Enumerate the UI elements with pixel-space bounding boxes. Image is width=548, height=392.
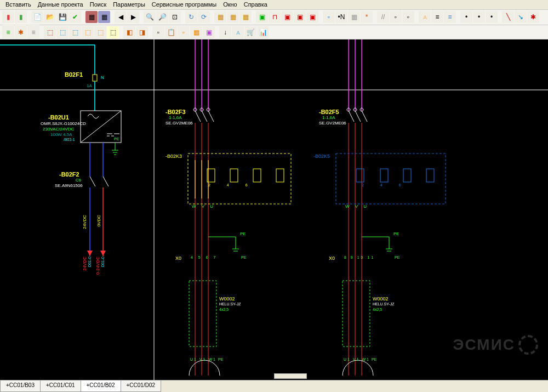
lbl-w0002-r: W0002 [373, 296, 389, 302]
tool-d2-icon[interactable]: •N [335, 11, 347, 23]
t2-f-icon[interactable]: ⬚ [69, 26, 81, 38]
tool-check-icon[interactable]: ✔ [69, 11, 81, 23]
t2-e-icon[interactable]: ⬚ [56, 26, 68, 38]
lbl-k3-inner: 2 4 6 [208, 183, 255, 187]
t2-cart-icon[interactable]: 🛒 [244, 26, 256, 38]
lbl-dr2: D01-0 [101, 257, 105, 267]
tool-zoom-in-icon[interactable]: 🔍 [144, 11, 156, 23]
t2-l-icon[interactable]: ▫ [152, 26, 164, 38]
tool-zoom-fit-icon[interactable]: ⊡ [169, 11, 181, 23]
lbl-w0002l-s: 4x2,5 [219, 308, 229, 311]
tool-refresh-icon[interactable]: ⟳ [198, 11, 210, 23]
lbl-b02f2-spec: C6 [76, 178, 81, 183]
tool-g3-icon[interactable]: • [486, 11, 498, 23]
tool-g2-icon[interactable]: • [473, 11, 485, 23]
tab-1[interactable]: +CC01/C01 [40, 380, 81, 392]
tool-a2-icon[interactable]: ▮ [15, 11, 27, 23]
t2-k-icon[interactable]: ◨ [136, 26, 148, 38]
t2-h-icon[interactable]: ⬚ [94, 26, 106, 38]
tool-rotate-icon[interactable]: ↻ [185, 11, 197, 23]
t2-i-icon[interactable]: ⬚ [107, 26, 119, 38]
svg-line-25 [103, 177, 109, 186]
menubar: Вставить Данные проекта Поиск Параметры … [0, 0, 548, 10]
tool-open-icon[interactable]: 📂 [44, 11, 56, 23]
tool-g1-icon[interactable]: • [460, 11, 472, 23]
t2-c-icon[interactable]: ≡ [27, 26, 39, 38]
lbl-1a: 1A [87, 83, 92, 88]
scrollbar-thumb[interactable] [274, 373, 307, 379]
tool-grid1-icon[interactable]: ▦ [85, 11, 98, 23]
tool-d4-icon[interactable]: * [361, 11, 373, 23]
tool-a1-icon[interactable]: ▮ [2, 11, 14, 23]
tool-c3-icon[interactable]: ▣ [294, 11, 306, 23]
tool-zoom-out-icon[interactable]: 🔎 [156, 11, 168, 23]
tool-magnet-icon[interactable]: ⊓ [269, 11, 281, 23]
tool-h3-icon[interactable]: ✱ [527, 11, 539, 23]
tool-e3-icon[interactable]: ▫ [402, 11, 414, 23]
tool-new-icon[interactable]: 📄 [31, 11, 43, 23]
tool-e1-icon[interactable]: // [377, 11, 389, 23]
svg-line-35 [362, 111, 367, 122]
t2-r-icon[interactable]: ⟑ [232, 26, 244, 38]
lbl-w0002l-m: HELU.SY-JZ [219, 302, 241, 306]
tool-grid2-icon[interactable]: ▦ [98, 11, 110, 23]
menu-service[interactable]: Сервисные программы [150, 1, 219, 8]
tab-3[interactable]: +CC01/D02 [121, 380, 162, 392]
t2-n-icon[interactable]: ▫ [178, 26, 190, 38]
t2-p-icon[interactable]: ▣ [203, 26, 215, 38]
menu-help[interactable]: Справка [242, 1, 270, 8]
t2-d-icon[interactable]: ⬚ [44, 26, 56, 38]
lbl-b02u1-ref: /B03-1 [64, 138, 75, 141]
tool-nav-right-icon[interactable]: ▶ [127, 11, 139, 23]
lbl-ml-pe: PE [218, 357, 223, 361]
menu-params[interactable]: Параметры [111, 1, 147, 8]
t2-a-icon[interactable]: ≡ [2, 26, 14, 38]
lbl-b02u1-model: OMR.S8JX-G10024CD [41, 121, 86, 126]
svg-rect-45 [253, 169, 261, 182]
tool-wire-icon[interactable]: ╲ [502, 11, 514, 23]
tab-2[interactable]: +CC01/B02 [81, 380, 121, 392]
t2-q-icon[interactable]: ↓ [219, 26, 231, 38]
tool-c4-icon[interactable]: ▣ [306, 11, 318, 23]
t2-chart-icon[interactable]: 📊 [257, 26, 269, 38]
svg-marker-28 [87, 251, 93, 256]
svg-line-34 [355, 111, 361, 122]
tool-m2-icon[interactable]: ▦ [227, 11, 239, 23]
svg-rect-4 [93, 75, 97, 81]
schematic-canvas[interactable]: B02F1 N 1A -B02U1 OMR.S8JX-G10024CD 230V… [0, 39, 548, 382]
lbl-x0l-pe: PE [241, 255, 246, 259]
t2-b-icon[interactable]: ✱ [15, 26, 27, 38]
menu-insert[interactable]: Вставить [3, 1, 33, 8]
lbl-24vdc: 24VDC [82, 215, 87, 229]
svg-rect-51 [356, 169, 364, 182]
svg-line-30 [195, 111, 201, 122]
tool-e2-icon[interactable]: ▫ [390, 11, 402, 23]
svg-rect-64 [342, 281, 370, 346]
tab-0[interactable]: +CC01/B03 [0, 380, 41, 392]
menu-project-data[interactable]: Данные проекта [36, 1, 85, 8]
svg-rect-46 [276, 169, 284, 182]
tool-h2-icon[interactable]: ↘ [515, 11, 527, 23]
t2-j-icon[interactable]: ◧ [123, 26, 135, 38]
tool-m1-icon[interactable]: ▦ [214, 11, 226, 23]
toolbar-2: ≡ ✱ ≡ ⬚ ⬚ ⬚ ⬚ ⬚ ⬚ ◧ ◨ ▫ 📋 ▫ ▦ ▣ ↓ ⟑ 🛒 📊 [0, 25, 548, 39]
lbl-b02f5: -B02F5 [319, 109, 339, 115]
tool-c1-icon[interactable]: ▣ [256, 11, 268, 23]
tool-m3-icon[interactable]: ▦ [239, 11, 252, 23]
lbl-mr-pins: U1 V1 W1 [344, 357, 370, 361]
tool-save-icon[interactable]: 💾 [56, 11, 68, 23]
lbl-b02f5-model: SE.GV2ME06 [319, 121, 346, 126]
tool-d3-icon[interactable]: ▦ [348, 11, 360, 23]
t2-g-icon[interactable]: ⬚ [82, 26, 94, 38]
tool-c2-icon[interactable]: ▣ [281, 11, 293, 23]
t2-m-icon[interactable]: 📋 [165, 26, 177, 38]
lbl-d1: 24VDC [82, 257, 87, 271]
menu-window[interactable]: Окно [221, 1, 239, 8]
tool-d1-icon[interactable]: ▫ [323, 11, 335, 23]
t2-o-icon[interactable]: ▦ [190, 26, 202, 38]
tool-nav-left-icon[interactable]: ◀ [115, 11, 127, 23]
tool-f2-icon[interactable]: ≡ [431, 11, 443, 23]
menu-search[interactable]: Поиск [88, 1, 109, 8]
tool-wifi-icon[interactable]: ⟑ [419, 11, 431, 23]
tool-f3-icon[interactable]: ≡ [444, 11, 456, 23]
